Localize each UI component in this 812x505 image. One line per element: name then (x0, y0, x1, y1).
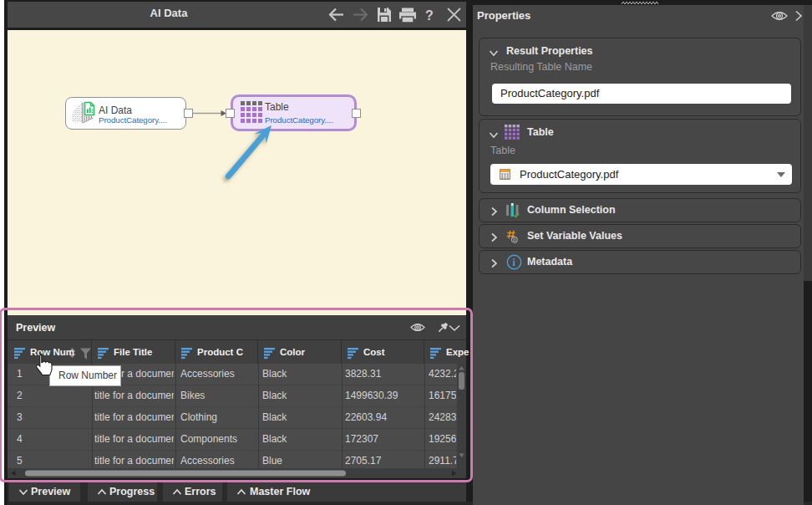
svg-text:i: i (513, 257, 516, 268)
svg-text:?: ? (425, 8, 434, 23)
svg-text:a: a (513, 237, 516, 242)
